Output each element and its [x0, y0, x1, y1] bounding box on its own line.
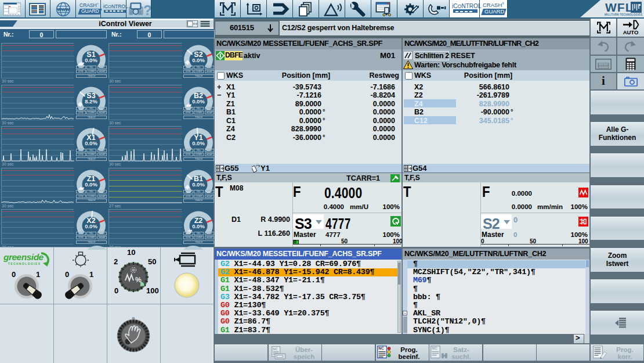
svg-text:NC: NC: [378, 346, 384, 350]
svg-text:WWW: WWW: [57, 7, 70, 12]
svg-text:?: ?: [143, 2, 151, 17]
svg-text:greenside: greenside: [3, 252, 44, 262]
svg-text:NC: NC: [273, 347, 278, 351]
svg-text:NC: NC: [432, 346, 437, 350]
svg-text:TECHNOLOGIES: TECHNOLOGIES: [8, 263, 41, 265]
